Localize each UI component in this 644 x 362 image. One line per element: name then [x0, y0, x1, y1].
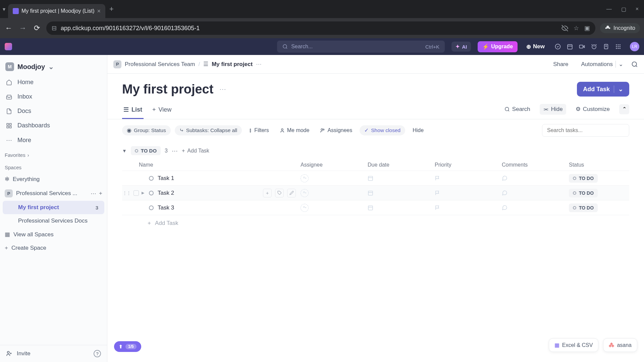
view-search-button[interactable]: Search [501, 104, 534, 115]
task-name-text[interactable]: Task 1 [158, 175, 174, 182]
upgrade-button[interactable]: ⚡ Upgrade [478, 41, 518, 52]
search-icon[interactable] [631, 61, 638, 68]
priority-flag-icon[interactable] [435, 190, 502, 196]
import-excel-csv-button[interactable]: ▦ Excel & CSV [549, 338, 599, 352]
filter-filters[interactable]: ⫿ Filters [246, 125, 272, 135]
add-view-button[interactable]: + View [151, 103, 173, 119]
address-bar[interactable]: ⊟ app.clickup.com/9016163272/v/l/6-90160… [46, 21, 595, 35]
more-horizontal-icon[interactable]: ⋯ [256, 61, 262, 68]
video-icon[interactable] [579, 44, 585, 50]
status-badge[interactable]: TO DO [569, 174, 598, 183]
task-name-text[interactable]: Task 3 [158, 204, 174, 211]
import-asana-button[interactable]: ⁂ asana [603, 338, 637, 352]
task-name-text[interactable]: Task 2 [158, 190, 174, 196]
forward-button[interactable]: → [18, 24, 28, 33]
comments-icon[interactable] [502, 205, 569, 210]
sidebar-item-docs[interactable]: Docs [0, 104, 107, 118]
collapse-header-button[interactable]: ⌃ [619, 104, 629, 114]
sidebar-project-docs[interactable]: Professional Services Docs [0, 214, 107, 228]
due-date-icon[interactable] [368, 205, 435, 210]
browser-tab[interactable]: My first project | Moodjoy (List) × [8, 4, 105, 18]
calendar-icon[interactable] [567, 44, 573, 50]
more-horizontal-icon[interactable]: ⋯ [91, 190, 96, 197]
sidebar-item-inbox[interactable]: Inbox [0, 89, 107, 104]
breadcrumb-project[interactable]: My first project [212, 61, 253, 68]
sidebar-item-home[interactable]: Home [0, 75, 107, 89]
status-badge[interactable]: TO DO [569, 203, 598, 212]
more-horizontal-icon[interactable]: ⋯ [219, 85, 226, 93]
workspace-switcher[interactable]: M Moodjoy ⌄ [0, 58, 107, 75]
reload-button[interactable]: ⟳ [32, 24, 42, 33]
group-add-task-button[interactable]: + Add Task [182, 148, 209, 154]
column-header-comments[interactable]: Comments [502, 162, 569, 168]
assignee-add-icon[interactable] [301, 174, 309, 182]
panel-icon[interactable]: ▣ [584, 24, 590, 32]
status-dot-icon[interactable] [149, 176, 154, 181]
back-button[interactable]: ← [4, 24, 13, 33]
priority-flag-icon[interactable] [435, 205, 502, 210]
favorites-heading[interactable]: Favorites › [0, 147, 107, 160]
apps-grid-icon[interactable] [615, 44, 621, 50]
clickup-logo-icon[interactable] [5, 43, 12, 50]
tab-list[interactable]: ☰ List [122, 103, 144, 119]
task-row[interactable]: ⋮⋮ ▶ Task 1 + ⬚ ✎ TO DO [122, 171, 629, 186]
task-checkbox[interactable] [133, 190, 139, 196]
minimize-icon[interactable]: — [606, 6, 612, 12]
filter-assignees[interactable]: Assignees [317, 125, 356, 135]
page-title[interactable]: My first project [122, 82, 213, 97]
comments-icon[interactable] [502, 190, 569, 196]
sidebar-view-all-spaces[interactable]: ▦ View all Spaces [0, 228, 107, 241]
tab-dropdown-icon[interactable]: ▾ [3, 6, 5, 12]
filter-hide[interactable]: Hide [409, 125, 427, 135]
drag-handle-icon[interactable]: ⋮⋮ [123, 191, 131, 195]
task-row[interactable]: ⋮⋮ ▶ Task 3 + ⬚ ✎ TO DO [122, 200, 629, 215]
status-badge[interactable]: TO DO [569, 189, 598, 197]
maximize-icon[interactable]: ▢ [621, 6, 626, 12]
sidebar-project-my-first-project[interactable]: My first project 3 [3, 201, 104, 214]
due-date-icon[interactable] [368, 175, 435, 181]
new-tab-button[interactable]: + [109, 5, 114, 13]
share-button[interactable]: Share [550, 59, 572, 70]
search-tasks-input[interactable] [542, 124, 629, 137]
sidebar-create-space[interactable]: + Create Space [0, 241, 107, 255]
task-row[interactable]: ⋮⋮ ▶ Task 2 + TO DO [122, 186, 629, 200]
column-header-priority[interactable]: Priority [435, 162, 502, 168]
onboarding-progress-pill[interactable]: ⬆ 1/5 [114, 341, 141, 352]
add-task-button[interactable]: Add Task ⌄ [577, 82, 629, 97]
filter-subtasks[interactable]: ⤷ Subtasks: Collapse all [175, 125, 242, 135]
invite-button[interactable]: Invite [17, 350, 31, 357]
column-header-name[interactable]: Name [122, 162, 301, 168]
incognito-badge[interactable]: Incognito [600, 23, 640, 33]
add-task-inline-button[interactable]: + Add Task [122, 215, 629, 231]
bookmark-icon[interactable]: ☆ [574, 24, 579, 32]
user-avatar[interactable]: LR [630, 42, 639, 51]
notepad-icon[interactable] [603, 44, 609, 50]
more-horizontal-icon[interactable]: ⋯ [172, 147, 178, 155]
collapse-group-icon[interactable]: ▼ [122, 148, 127, 154]
check-circle-icon[interactable] [555, 44, 561, 50]
help-button[interactable]: ? [94, 350, 101, 357]
breadcrumb-space[interactable]: Professional Services Team [125, 61, 195, 68]
ai-button[interactable]: ✦ AI [451, 42, 471, 52]
column-header-due-date[interactable]: Due date [368, 162, 435, 168]
due-date-icon[interactable] [368, 190, 435, 196]
filter-show-closed[interactable]: ✓ Show closed [360, 125, 405, 135]
group-status-badge[interactable]: TO DO [131, 146, 161, 155]
assignee-add-icon[interactable] [301, 189, 309, 197]
view-customize-button[interactable]: ⚙ Customize [572, 104, 613, 115]
new-button[interactable]: ⊕ New [526, 43, 545, 50]
automations-button[interactable]: Automations ⌄ [578, 59, 626, 70]
column-header-status[interactable]: Status [569, 162, 629, 168]
tag-icon[interactable] [275, 189, 284, 197]
column-header-assignee[interactable]: Assignee [301, 162, 368, 168]
plus-icon[interactable]: + [99, 190, 102, 197]
priority-flag-icon[interactable] [435, 175, 502, 181]
view-hide-button[interactable]: ⫘ Hide [540, 104, 566, 115]
status-dot-icon[interactable] [149, 205, 154, 210]
chevron-down-icon[interactable]: ⌄ [614, 85, 623, 93]
alarm-icon[interactable] [591, 44, 597, 50]
edit-icon[interactable] [287, 189, 296, 197]
plus-icon[interactable]: + [263, 189, 272, 197]
close-tab-icon[interactable]: × [97, 8, 101, 15]
sidebar-everything[interactable]: ✻ Everything [0, 172, 107, 186]
